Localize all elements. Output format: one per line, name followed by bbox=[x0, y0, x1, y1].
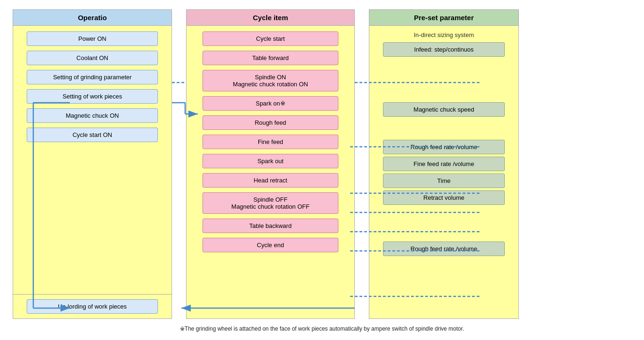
preset-item-fine-feed: Fine feed rate /volume bbox=[383, 157, 505, 171]
op-item-coolant-on: Coolant ON bbox=[27, 51, 158, 65]
footnote: ※The grinding wheel is attached on the f… bbox=[64, 325, 580, 332]
cycle-item-spindle-off: Spindle OFF Magnetic chuck rotation OFF bbox=[202, 192, 338, 214]
op-item-setting-work: Setting of work pieces bbox=[27, 89, 158, 104]
cycle-item-start: Cycle start bbox=[202, 31, 338, 46]
preset-item-rough-feed: Rough feed rate /volume bbox=[383, 140, 505, 154]
cycle-header: Cycle item bbox=[187, 10, 354, 26]
op-item-grinding-param: Setting of grinding parameter bbox=[27, 70, 158, 84]
cycle-item-rough-feed: Rough feed bbox=[202, 115, 338, 130]
operation-bottom: Un-lording of work pieces bbox=[13, 294, 172, 318]
cycle-item-end: Cycle end bbox=[202, 238, 338, 252]
preset-item-time: Time bbox=[383, 174, 505, 188]
cycle-item-table-forward: Table forward bbox=[202, 51, 338, 65]
preset-item-infeed: Infeed: step/continuos bbox=[383, 42, 505, 57]
op-item-power-on: Power ON bbox=[27, 31, 158, 46]
op-item-magnetic-chuck: Magnetic chuck ON bbox=[27, 108, 158, 123]
cycle-column: Cycle item Cycle start Table forward Spi… bbox=[186, 9, 355, 319]
cycle-item-table-backward: Table backward bbox=[202, 219, 338, 233]
op-item-cycle-start-on: Cycle start ON bbox=[27, 128, 158, 142]
cycle-body: Cycle start Table forward Spindle ON Mag… bbox=[187, 26, 354, 318]
preset-subheader: In-direct sizing system bbox=[414, 30, 474, 42]
preset-item-rough-feed2: Rough feed rate /volume bbox=[383, 242, 505, 256]
cycle-item-spark-on: Spark on※ bbox=[202, 96, 338, 111]
preset-body: In-direct sizing system Infeed: step/con… bbox=[369, 26, 518, 318]
operation-body: Power ON Coolant ON Setting of grinding … bbox=[13, 26, 172, 294]
op-item-unlording: Un-lording of work pieces bbox=[27, 299, 158, 314]
cycle-item-spark-out: Spark out bbox=[202, 154, 338, 168]
cycle-item-head-retract: Head retract bbox=[202, 173, 338, 188]
preset-item-chuck-speed: Magnetic chuck speed bbox=[383, 102, 505, 117]
preset-column: Pre-set parameter In-direct sizing syste… bbox=[369, 9, 519, 319]
preset-item-retract: Retract volume bbox=[383, 190, 505, 205]
preset-header: Pre-set parameter bbox=[369, 10, 518, 26]
operation-header: Operatio bbox=[13, 10, 172, 26]
cycle-item-fine-feed: Fine feed bbox=[202, 135, 338, 149]
cycle-item-spindle-on: Spindle ON Magnetic chuck rotation ON bbox=[202, 70, 338, 91]
operation-column: Operatio Power ON Coolant ON Setting of … bbox=[13, 9, 172, 319]
